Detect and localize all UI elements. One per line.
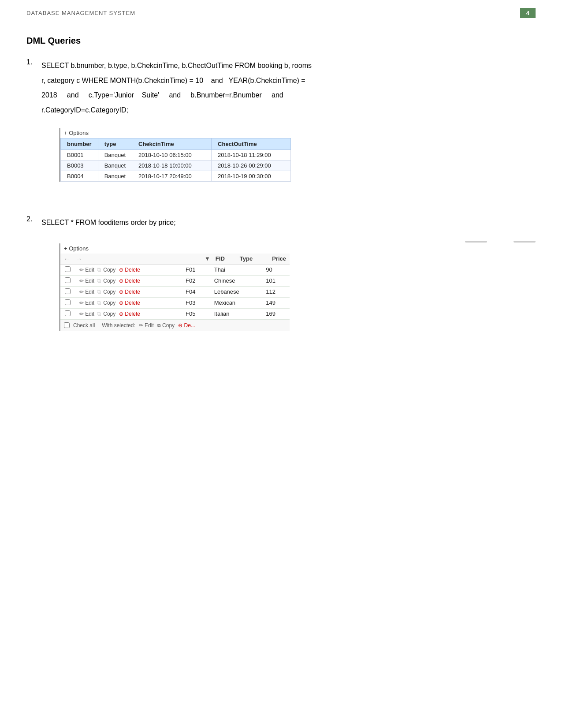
page-header: DATABASE MANAGEMENT SYSTEM 4 [0, 0, 562, 22]
delete-btn[interactable]: ⊖ Delete [119, 311, 140, 317]
sep-icon: ⧉ [97, 310, 101, 317]
page-header-title: DATABASE MANAGEMENT SYSTEM [26, 10, 135, 16]
query-1-text: SELECT b.bnumber, b.type, b.ChekcinTime,… [41, 58, 536, 117]
col-header-checkin: ChekcinTime [132, 138, 212, 150]
query-1-text-block: SELECT b.bnumber, b.type, b.ChekcinTime,… [41, 58, 536, 199]
edit-btn[interactable]: ✏ Edit [79, 278, 94, 284]
table-row: ✏ Edit ⧉ Copy ⊖ Delete F04Lebanese112 [60, 286, 290, 297]
col-type-header: Type [240, 255, 253, 262]
edit-btn[interactable]: ✏ Edit [79, 300, 94, 306]
section-heading: DML Queries [26, 36, 536, 46]
table-row: B0001Banquet2018-10-10 06:15:002018-10-1… [61, 150, 291, 161]
check-all-checkbox[interactable] [64, 322, 70, 328]
left-arrow-btn[interactable]: ← [64, 255, 70, 262]
copy-btn[interactable]: Copy [103, 289, 115, 295]
query-1-result: + Options bnumber type ChekcinTime Chect… [59, 128, 291, 182]
and-4: and [272, 91, 283, 99]
table2-toolbar: ← → ▼ FID Type Price [60, 254, 290, 265]
col-header-type: type [98, 138, 132, 150]
col-price-header: Price [272, 255, 286, 262]
copy-btn[interactable]: Copy [103, 278, 115, 284]
delete-btn[interactable]: ⊖ Delete [119, 278, 140, 284]
row-checkbox[interactable] [65, 288, 71, 294]
copy-footer-icon: ⧉ [157, 323, 161, 328]
edit-btn[interactable]: ✏ Edit [79, 289, 94, 295]
edit-btn[interactable]: ✏ Edit [79, 311, 94, 317]
sep-icon: ⧉ [97, 299, 101, 306]
table-row: ✏ Edit ⧉ Copy ⊖ Delete F01Thai90 [60, 265, 290, 276]
col-header-checkout: ChectOutTime [212, 138, 291, 150]
options-label-2: + Options [64, 245, 89, 252]
query-2-text-block: SELECT * FROM fooditems order by price; … [41, 215, 536, 335]
copy-btn[interactable]: Copy [103, 267, 115, 273]
query-2-text: SELECT * FROM fooditems order by price; [41, 215, 536, 230]
and-3: and [169, 91, 181, 99]
result-table-1: bnumber type ChekcinTime ChectOutTime B0… [60, 138, 291, 182]
footer-copy-label: Copy [162, 322, 175, 329]
delete-btn[interactable]: ⊖ Delete [119, 300, 140, 306]
table2-footer: Check all With selected: ✏ Edit ⧉ Copy ⊖… [60, 320, 290, 331]
footer-delete-label: De... [184, 322, 195, 329]
query-2-result: + Options ← → ▼ FID Type Price ✏ Edit ⧉ … [59, 243, 290, 331]
scroll-bar-1 [465, 241, 487, 243]
table-row: ✏ Edit ⧉ Copy ⊖ Delete F05Italian169 [60, 308, 290, 319]
table-row: ✏ Edit ⧉ Copy ⊖ Delete F02Chinese101 [60, 275, 290, 286]
row-checkbox[interactable] [65, 310, 71, 316]
scroll-indicators [41, 241, 536, 243]
options-label-1: + Options [64, 130, 89, 136]
row-checkbox[interactable] [65, 277, 71, 283]
footer-delete-btn[interactable]: ⊖ De... [178, 322, 195, 329]
table-row: B0004Banquet2018-10-17 20:49:002018-10-1… [61, 171, 291, 182]
sep-icon: ⧉ [97, 277, 101, 284]
delete-footer-icon: ⊖ [178, 322, 182, 329]
delete-btn[interactable]: ⊖ Delete [119, 289, 140, 295]
options-bar-1[interactable]: + Options [60, 128, 291, 138]
page-number-badge: 4 [520, 8, 536, 18]
table-row: ✏ Edit ⧉ Copy ⊖ Delete F03Mexican149 [60, 297, 290, 308]
main-content: DML Queries 1. SELECT b.bnumber, b.type,… [0, 22, 562, 377]
footer-edit-label: Edit [145, 322, 154, 329]
copy-btn[interactable]: Copy [103, 311, 115, 317]
filter-icon[interactable]: ▼ [205, 255, 210, 262]
table-row: B0003Banquet2018-10-18 10:00:002018-10-2… [61, 161, 291, 171]
right-arrow-btn[interactable]: → [76, 255, 82, 262]
query-2-number: 2. [26, 215, 36, 223]
footer-copy-btn[interactable]: ⧉ Copy [157, 322, 175, 329]
query-item-1: 1. SELECT b.bnumber, b.type, b.ChekcinTi… [26, 58, 536, 199]
footer-edit-btn[interactable]: ✏ Edit [139, 322, 154, 329]
delete-btn[interactable]: ⊖ Delete [119, 267, 140, 273]
edit-btn[interactable]: ✏ Edit [79, 267, 94, 273]
pencil-footer-icon: ✏ [139, 322, 143, 329]
result-table-2: ✏ Edit ⧉ Copy ⊖ Delete F01Thai90 ✏ Edit … [60, 265, 290, 320]
and-2: and [67, 91, 79, 99]
check-all-label: Check all [73, 322, 95, 329]
query-1-number: 1. [26, 58, 36, 66]
toolbar-sep-1 [73, 255, 73, 262]
copy-btn[interactable]: Copy [103, 300, 115, 306]
options-bar-2[interactable]: + Options [60, 243, 290, 254]
row-checkbox[interactable] [65, 266, 71, 272]
with-selected-label: With selected: [102, 322, 135, 329]
scroll-bar-2 [514, 241, 536, 243]
query-item-2: 2. SELECT * FROM fooditems order by pric… [26, 215, 536, 335]
col-header-bnumber: bnumber [61, 138, 98, 150]
and-1: and [211, 77, 223, 84]
sep-icon: ⧉ [97, 288, 101, 295]
sep-icon: ⧉ [97, 266, 101, 273]
row-checkbox[interactable] [65, 299, 71, 305]
col-fid-header: FID [216, 255, 225, 262]
